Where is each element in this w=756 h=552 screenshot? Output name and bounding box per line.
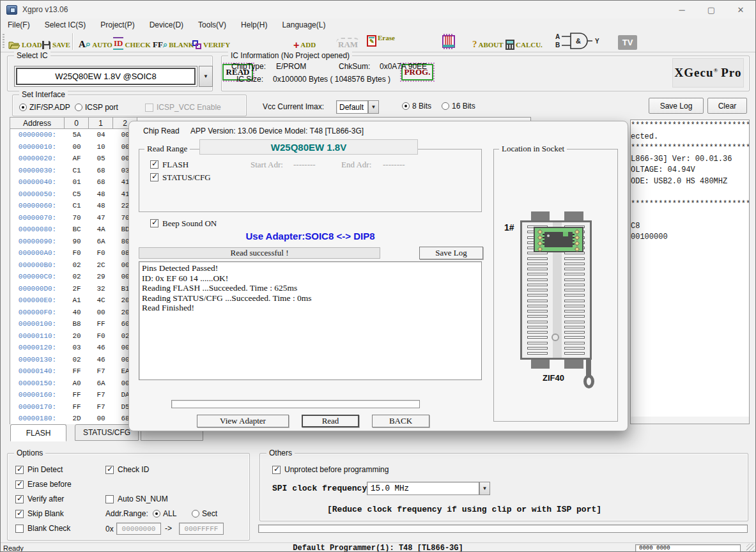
hex-byte[interactable]: AF (65, 155, 89, 162)
hex-byte[interactable]: 02 (65, 356, 89, 364)
icsp-radio[interactable] (75, 103, 82, 111)
erase-before-checkbox[interactable] (15, 480, 24, 489)
table-row[interactable]: 00000120: 03 46 00 (10, 342, 137, 354)
hex-byte[interactable]: 90 (65, 238, 89, 245)
save-button[interactable]: SAVE (42, 33, 70, 50)
hex-byte[interactable]: 00 (89, 415, 113, 422)
table-row[interactable]: 00000050: C5 48 41 (10, 188, 137, 201)
vcc-imax-select[interactable]: Default (336, 100, 368, 114)
table-row[interactable]: 000000B0: 02 2C 00 (10, 259, 137, 272)
table-row[interactable]: 000000A0: F0 F0 08 (10, 247, 137, 259)
table-row[interactable]: 00000080: BC 4A BD (10, 224, 137, 236)
table-row[interactable]: 000000D0: 2F 32 B1 (10, 283, 137, 295)
table-row[interactable]: 00000160: FF F7 DA (10, 389, 137, 401)
tv-button[interactable]: TV (618, 33, 637, 50)
hex-byte[interactable]: 05 (89, 155, 113, 162)
table-row[interactable]: 000000C0: 02 29 00 (10, 271, 137, 283)
table-row[interactable]: 00000110: 20 F0 02 (10, 330, 137, 342)
hex-byte[interactable]: 48 (89, 190, 113, 198)
table-row[interactable]: 00000060: C1 48 22 (10, 200, 137, 212)
hex-byte[interactable]: 68 (89, 167, 113, 174)
hex-byte[interactable]: 70 (65, 214, 89, 222)
hex-byte[interactable]: 03 (65, 344, 89, 351)
hex-byte[interactable]: A1 (65, 296, 89, 304)
hex-byte[interactable]: 6A (89, 379, 113, 387)
table-row[interactable]: 00000130: 02 46 00 (10, 354, 137, 366)
hex-byte[interactable]: A0 (65, 379, 89, 387)
hex-byte[interactable]: 46 (89, 344, 113, 351)
table-row[interactable]: 00000010: 00 10 00 (10, 141, 137, 153)
hex-byte[interactable]: 2D (65, 415, 89, 422)
addr-sect-radio[interactable] (192, 510, 199, 518)
hex-byte[interactable]: 4A (89, 226, 113, 233)
calcu-button[interactable]: CALCU. (505, 33, 543, 50)
hex-byte[interactable]: F0 (65, 249, 89, 257)
hex-byte[interactable]: 6A (89, 238, 113, 245)
hex-byte[interactable]: 46 (89, 356, 113, 364)
beep-checkbox[interactable] (150, 219, 158, 227)
maximize-button[interactable]: ▢ (697, 1, 726, 19)
hex-byte[interactable]: 2F (65, 285, 89, 293)
hex-byte[interactable]: F0 (89, 332, 113, 340)
table-row[interactable]: 00000170: FF F7 D5 (10, 401, 137, 413)
device-log-scrollbar[interactable] (631, 417, 749, 424)
table-row[interactable]: 000000F0: 40 00 20 (10, 307, 137, 319)
hex-byte[interactable]: 01 (65, 178, 89, 186)
table-row[interactable]: 00000030: C1 68 03 (10, 165, 137, 177)
unprotect-checkbox[interactable] (272, 466, 281, 474)
table-row[interactable]: 00000020: AF 05 00 (10, 153, 137, 165)
table-row[interactable]: 00000070: 70 47 70 (10, 212, 137, 224)
hex-byte[interactable]: BC (65, 226, 89, 233)
skip-blank-checkbox[interactable] (15, 510, 24, 518)
hex-byte[interactable]: C1 (65, 167, 89, 174)
hex-byte[interactable]: 2C (89, 261, 113, 269)
dialog-read-button[interactable]: Read (302, 415, 359, 427)
menu-item[interactable]: Help(H) (238, 19, 274, 31)
hex-byte[interactable]: 4C (89, 296, 113, 304)
zif-radio[interactable] (19, 103, 27, 111)
resize-grip[interactable] (746, 544, 755, 552)
pin-detect-chip-button[interactable] (440, 33, 457, 50)
table-row[interactable]: 00000180: 2D 00 68 (10, 413, 137, 424)
range-to-field[interactable]: 000FFFFF (179, 523, 224, 535)
about-button[interactable]: ? ABOUT (472, 33, 504, 50)
hex-byte[interactable]: FF (65, 391, 89, 399)
close-button[interactable]: ✕ (726, 1, 755, 19)
spi-frequency-dropdown-button[interactable]: ▼ (479, 482, 490, 495)
minimize-button[interactable]: ─ (667, 1, 697, 19)
hex-byte[interactable]: FF (65, 403, 89, 411)
hex-byte[interactable]: C1 (65, 202, 89, 210)
check-id-checkbox[interactable] (105, 466, 114, 474)
menu-item[interactable]: Project(P) (97, 19, 141, 31)
add-button[interactable]: + ADD (293, 33, 316, 50)
auto-button[interactable]: A⌕ AUTO (79, 33, 112, 50)
hex-byte[interactable]: 02 (65, 261, 89, 269)
menu-item[interactable]: Select IC(S) (42, 19, 93, 31)
hex-byte[interactable]: 68 (89, 178, 113, 186)
bits8-radio[interactable] (402, 102, 410, 110)
hex-byte[interactable]: F0 (89, 249, 113, 257)
hex-byte[interactable]: 29 (89, 273, 113, 280)
icsp-vcc-checkbox[interactable] (145, 103, 153, 112)
check-id-button[interactable]: ID CHECK (113, 33, 151, 50)
verify-after-checkbox[interactable] (15, 495, 24, 503)
save-log-button[interactable]: Save Log (649, 98, 704, 114)
hex-byte[interactable]: F7 (89, 367, 113, 375)
hex-byte[interactable]: 5A (65, 131, 89, 139)
ic-combobox[interactable]: W25Q80EW 1.8V @SOIC8 (14, 66, 197, 87)
bits16-radio[interactable] (442, 102, 449, 110)
verify-button[interactable]: VERIFY (192, 33, 230, 50)
hex-byte[interactable]: F7 (89, 403, 113, 411)
view-adapter-button[interactable]: View Adapter (197, 415, 289, 427)
addr-all-radio[interactable] (153, 510, 160, 518)
ram-button[interactable]: RAM (336, 33, 360, 50)
table-row[interactable]: 000000E0: A1 4C 20 (10, 295, 137, 307)
load-button[interactable]: LOAD (8, 33, 42, 50)
table-row[interactable]: 00000140: FF F7 EA (10, 365, 137, 378)
tab-flash[interactable]: FLASH (10, 424, 66, 441)
hex-byte[interactable]: 10 (89, 143, 113, 151)
menu-item[interactable]: File(F) (4, 19, 36, 31)
hex-byte[interactable]: 32 (89, 285, 113, 293)
table-row[interactable]: 00000000: 5A 04 00 (10, 129, 137, 141)
menu-item[interactable]: Language(L) (279, 19, 332, 31)
